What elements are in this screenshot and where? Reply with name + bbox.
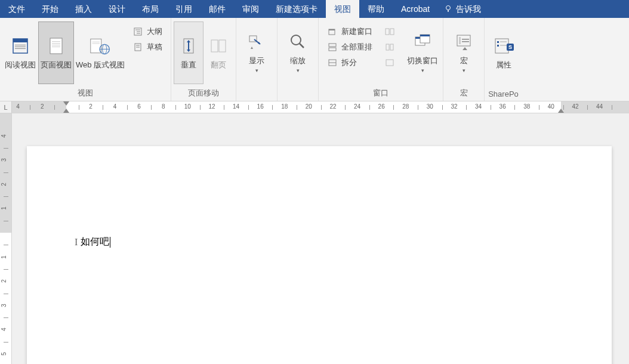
properties-label: 属性	[496, 60, 511, 70]
flip-icon	[208, 35, 229, 57]
macros-group-label: 宏	[445, 86, 483, 101]
ibeam-cursor-icon: I	[75, 237, 78, 248]
svg-rect-38	[329, 44, 336, 47]
draft-button[interactable]: 草稿	[129, 39, 166, 55]
split-button[interactable]: 拆分	[323, 55, 376, 70]
svg-rect-42	[386, 29, 389, 35]
lightbulb-icon	[444, 5, 452, 13]
views-group-label: 视图	[1, 86, 169, 101]
svg-rect-46	[386, 60, 393, 66]
arrange-all-label: 全部重排	[341, 42, 372, 53]
ribbon: 阅读视图 页面视图 Web 版式视图 大纲	[0, 18, 629, 101]
workspace: 43211234567 I 如何吧	[0, 113, 629, 364]
svg-rect-58	[500, 41, 507, 42]
arrange-all-icon	[327, 42, 338, 53]
chevron-down-icon: ▾	[462, 67, 465, 75]
macros-button[interactable]: 宏 ▾	[446, 21, 482, 84]
document-area[interactable]: I 如何吧	[12, 113, 629, 364]
svg-rect-54	[462, 41, 469, 42]
svg-rect-29	[211, 40, 218, 52]
switch-window-button[interactable]: 切换窗口 ▾	[405, 21, 440, 84]
web-view-button[interactable]: Web 版式视图	[74, 21, 127, 84]
draft-label: 草稿	[147, 42, 162, 53]
tellme-label: 告诉我	[456, 0, 481, 18]
menu-layout[interactable]: 布局	[134, 0, 167, 18]
new-window-button[interactable]: 新建窗口	[323, 24, 376, 39]
new-window-label: 新建窗口	[341, 26, 372, 37]
svg-rect-7	[50, 38, 62, 54]
properties-icon: S	[493, 35, 514, 57]
zoom-icon	[287, 31, 309, 53]
doc-content: 如何吧	[81, 236, 109, 246]
svg-rect-50	[420, 35, 430, 36]
menu-help[interactable]: 帮助	[359, 0, 393, 18]
tab-selector[interactable]: L	[0, 101, 12, 113]
svg-rect-5	[15, 47, 26, 47]
read-view-label: 阅读视图	[5, 60, 36, 70]
chevron-down-icon: ▾	[421, 67, 424, 75]
svg-rect-30	[219, 40, 226, 52]
svg-rect-53	[462, 39, 469, 40]
switch-window-icon	[412, 31, 433, 53]
svg-text:S: S	[508, 44, 511, 50]
vertical-ruler[interactable]: 43211234567	[0, 113, 12, 364]
svg-marker-28	[187, 50, 190, 52]
arrange-all-button[interactable]: 全部重排	[323, 39, 376, 55]
page[interactable]: I 如何吧	[27, 146, 612, 364]
ruler-h-scale: 4224681012141618202224262830323436384042…	[12, 101, 629, 113]
menu-home[interactable]: 开始	[33, 0, 67, 18]
outline-icon	[132, 26, 143, 37]
chevron-down-icon: ▾	[297, 67, 300, 75]
menu-review[interactable]: 审阅	[234, 0, 267, 18]
menu-tellme[interactable]: 告诉我	[438, 0, 487, 18]
svg-marker-55	[462, 47, 467, 50]
menu-mail[interactable]: 邮件	[201, 0, 234, 18]
menu-file[interactable]: 文件	[0, 0, 33, 18]
draft-icon	[132, 42, 143, 53]
vertical-label: 垂直	[181, 60, 196, 70]
sharepoint-group-label: SharePo	[486, 88, 521, 101]
svg-rect-45	[390, 44, 393, 50]
vertical-icon	[178, 35, 199, 57]
new-window-icon	[327, 26, 338, 37]
properties-button[interactable]: S 属性	[487, 21, 520, 84]
svg-rect-59	[497, 45, 499, 47]
menu-newtab[interactable]: 新建选项卡	[267, 0, 326, 18]
zoom-label: 缩放	[290, 56, 306, 66]
svg-line-35	[300, 44, 304, 48]
outline-button[interactable]: 大纲	[129, 24, 166, 39]
zoom-button[interactable]: 缩放 ▾	[280, 21, 316, 84]
menu-references[interactable]: 引用	[167, 0, 201, 18]
menu-view[interactable]: 视图	[326, 0, 359, 18]
menu-design[interactable]: 设计	[100, 0, 134, 18]
svg-rect-10	[52, 45, 60, 45]
menu-insert[interactable]: 插入	[67, 0, 100, 18]
show-label: 显示	[249, 56, 264, 66]
svg-rect-60	[500, 45, 507, 46]
svg-rect-11	[52, 47, 60, 47]
document-text[interactable]: I 如何吧	[81, 236, 558, 248]
show-button[interactable]: 显示 ▾	[239, 21, 275, 84]
macros-label: 宏	[460, 56, 468, 66]
ribbon-group-macros: 宏 ▾ 宏	[443, 18, 485, 101]
svg-rect-3	[13, 39, 27, 42]
web-view-icon	[90, 35, 111, 57]
horizontal-ruler[interactable]: L 42246810121416182022242628303234363840…	[0, 101, 629, 113]
read-view-button[interactable]: 阅读视图	[2, 21, 38, 84]
web-view-label: Web 版式视图	[76, 60, 125, 70]
flip-label: 翻页	[211, 60, 226, 70]
page-view-icon	[45, 35, 67, 57]
svg-rect-52	[459, 37, 461, 44]
svg-rect-37	[329, 29, 335, 30]
menu-acrobat[interactable]: Acrobat	[393, 0, 438, 18]
svg-rect-43	[390, 29, 394, 35]
flip-button: 翻页	[204, 21, 233, 84]
page-view-button[interactable]: 页面视图	[38, 21, 74, 84]
side-icon	[384, 26, 395, 37]
svg-marker-33	[251, 47, 253, 49]
svg-rect-13	[92, 42, 100, 42]
ribbon-group-zoom: 缩放 ▾	[278, 18, 319, 101]
reset-pos-button	[381, 55, 402, 70]
vertical-button[interactable]: 垂直	[174, 21, 204, 84]
show-icon	[246, 31, 267, 53]
